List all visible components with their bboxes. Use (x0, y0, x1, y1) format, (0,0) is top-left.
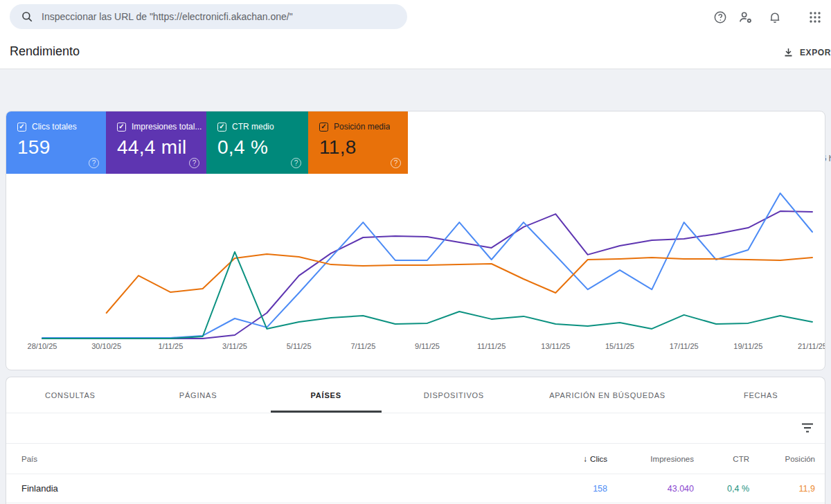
sort-descending-icon: ↓ (583, 454, 587, 464)
cell-impresiones: 43.040 (607, 484, 694, 494)
performance-line-chart[interactable] (6, 175, 825, 341)
metric-tile-header: ✓Impresiones total... (117, 122, 206, 132)
export-button[interactable]: EXPORTAR (783, 47, 831, 57)
help-icon[interactable]: ? (391, 158, 401, 168)
top-header-area: Inspeccionar las URL de "https://electro… (0, 0, 831, 69)
column-header-país[interactable]: País (21, 455, 531, 463)
cell-posicion: 11,9 (749, 484, 815, 494)
metric-tile-header: ✓Posición media (319, 122, 408, 132)
tab-label: PÁGINAS (179, 391, 217, 399)
dimension-tabs: CONSULTASPÁGINASPAÍSESDISPOSITIVOSAPARIC… (6, 377, 825, 413)
metric-tile-header: ✓Clics totales (17, 122, 106, 132)
series-line-impresiones-totales (42, 211, 812, 339)
apps-grid-icon[interactable] (801, 3, 829, 31)
metric-tile-2[interactable]: ✓Impresiones total...44,4 mil? (106, 111, 206, 174)
x-tick-label: 3/11/25 (222, 342, 247, 350)
tab-aparición-en-búsquedas[interactable]: APARICIÓN EN BÚSQUEDAS (518, 377, 697, 413)
cell-pais: Finlandia (21, 483, 531, 494)
filter-bar: 24 horas7 días28 días✓3 mesesMás informa… (0, 69, 831, 111)
metric-label: Impresiones total... (132, 122, 202, 132)
table-body: Finlandia15843.0400,4 %11,9 (6, 474, 825, 503)
tab-consultas[interactable]: CONSULTAS (6, 377, 134, 413)
search-icon (21, 10, 33, 23)
x-tick-label: 28/10/25 (28, 342, 57, 350)
url-inspection-search[interactable]: Inspeccionar las URL de "https://electro… (10, 4, 407, 29)
x-tick-label: 5/11/25 (287, 342, 312, 350)
page-title: Rendimiento (10, 44, 80, 59)
x-tick-label: 21/11/25 (798, 342, 825, 350)
column-header-impresiones[interactable]: Impresiones (607, 455, 694, 463)
column-header-ctr[interactable]: CTR (694, 455, 749, 463)
help-icon[interactable] (706, 3, 734, 31)
active-tab-indicator (271, 411, 382, 413)
tab-label: APARICIÓN EN BÚSQUEDAS (549, 391, 665, 399)
checkbox-checked-icon[interactable]: ✓ (17, 123, 26, 132)
search-placeholder: Inspeccionar las URL de "https://electro… (42, 11, 293, 22)
tab-dispositivos[interactable]: DISPOSITIVOS (390, 377, 518, 413)
series-line-posición-media (107, 254, 812, 313)
dimensions-table-card: CONSULTASPÁGINASPAÍSESDISPOSITIVOSAPARIC… (6, 377, 825, 504)
x-tick-label: 13/11/25 (541, 342, 570, 350)
download-icon (783, 47, 794, 57)
metric-label: Posición media (334, 122, 390, 132)
table-header-row: País↓ClicsImpresionesCTRPosición (6, 444, 825, 474)
help-icon[interactable]: ? (189, 158, 199, 168)
metric-value: 44,4 mil (117, 136, 206, 159)
metric-tile-3[interactable]: ✓CTR medio0,4 %? (206, 111, 308, 174)
cell-ctr: 0,4 % (694, 484, 749, 494)
table-toolbar (6, 413, 825, 444)
column-header-label: Impresiones (650, 455, 694, 463)
table-row[interactable]: Finlandia15843.0400,4 %11,9 (6, 474, 825, 503)
x-axis-tick-labels: 28/10/2530/10/251/11/253/11/255/11/257/1… (6, 342, 825, 353)
metric-tile-4[interactable]: ✓Posición media11,8? (308, 111, 408, 174)
tab-label: FECHAS (744, 391, 778, 399)
metric-value: 0,4 % (217, 136, 308, 159)
performance-chart-card: ✓Clics totales159?✓Impresiones total...4… (6, 111, 825, 370)
help-icon[interactable]: ? (291, 158, 301, 168)
metric-label: CTR medio (232, 122, 274, 132)
x-tick-label: 11/11/25 (477, 342, 506, 350)
metric-value: 159 (17, 136, 106, 159)
tab-países[interactable]: PAÍSES (262, 377, 390, 413)
column-header-clics[interactable]: ↓Clics (531, 454, 607, 464)
tab-label: CONSULTAS (45, 391, 96, 399)
metric-value: 11,8 (319, 136, 408, 159)
x-tick-label: 1/11/25 (158, 342, 183, 350)
x-tick-label: 7/11/25 (350, 342, 375, 350)
tab-label: DISPOSITIVOS (424, 391, 484, 399)
metric-tiles: ✓Clics totales159?✓Impresiones total...4… (6, 111, 825, 174)
x-tick-label: 17/11/25 (670, 342, 699, 350)
tab-páginas[interactable]: PÁGINAS (134, 377, 262, 413)
tab-label: PAÍSES (311, 391, 341, 399)
filter-list-icon[interactable] (801, 422, 814, 433)
metric-tile-header: ✓CTR medio (217, 122, 308, 132)
help-icon[interactable]: ? (89, 158, 99, 168)
checkbox-checked-icon[interactable]: ✓ (117, 123, 126, 132)
x-tick-label: 9/11/25 (415, 342, 440, 350)
metric-tile-1[interactable]: ✓Clics totales159? (6, 111, 106, 174)
checkbox-checked-icon[interactable]: ✓ (217, 123, 226, 132)
x-tick-label: 19/11/25 (733, 342, 762, 350)
x-tick-label: 30/10/25 (91, 342, 121, 350)
checkbox-checked-icon[interactable]: ✓ (319, 123, 328, 132)
column-header-label: Clics (590, 455, 607, 463)
column-header-label: Posición (785, 455, 815, 463)
tab-fechas[interactable]: FECHAS (697, 377, 825, 413)
export-label: EXPORTAR (800, 48, 831, 57)
manage-users-icon[interactable] (732, 3, 760, 31)
column-header-label: CTR (733, 455, 749, 463)
notifications-icon[interactable] (761, 3, 789, 31)
cell-clics: 158 (531, 484, 607, 494)
column-header-posición[interactable]: Posición (749, 455, 815, 463)
metric-label: Clics totales (32, 122, 77, 132)
x-tick-label: 15/11/25 (605, 342, 634, 350)
column-header-label: País (21, 455, 37, 463)
